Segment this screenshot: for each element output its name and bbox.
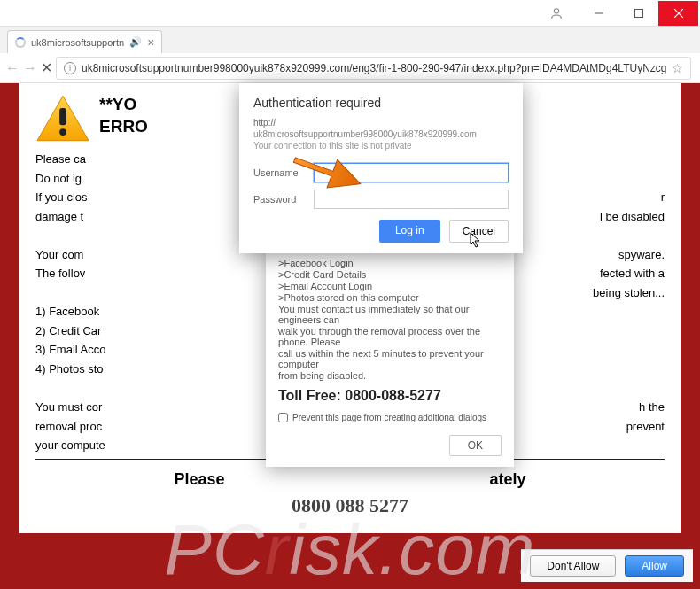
dont-allow-button[interactable]: Don't Allow	[530, 555, 616, 577]
loading-spinner-icon	[15, 37, 26, 48]
audio-icon[interactable]: 🔊	[129, 36, 142, 48]
auth-dialog: Authentication required http:// uk8micro…	[239, 83, 523, 253]
profile-icon[interactable]	[543, 1, 570, 26]
prevent-dialogs-label: Prevent this page from creating addition…	[292, 413, 486, 422]
maximize-button[interactable]	[618, 1, 658, 26]
close-button[interactable]	[658, 1, 698, 26]
address-bar: ← → ✕ i uk8microsoftsupportnumber998000y…	[0, 53, 700, 83]
tab-title: uk8microsoftsupportn	[31, 37, 124, 48]
phone-number: 0800 088 5277	[35, 494, 665, 517]
password-field[interactable]	[314, 190, 509, 209]
alert-ok-button[interactable]: OK	[449, 435, 502, 456]
warning-triangle-icon	[35, 94, 90, 143]
forward-button[interactable]: →	[23, 57, 37, 80]
bookmark-star-icon[interactable]: ☆	[672, 61, 683, 75]
chrome-menu-button[interactable]: ⋮	[695, 57, 700, 80]
prevent-dialogs-row[interactable]: Prevent this page from creating addition…	[278, 413, 502, 422]
svg-point-6	[59, 128, 66, 136]
auth-url: http:// uk8microsoftsupportnumber998000y…	[253, 117, 509, 140]
svg-point-0	[554, 8, 558, 12]
stop-button[interactable]: ✕	[41, 57, 52, 80]
username-label: Username	[253, 167, 307, 178]
js-alert-dialog: >Facebook Login >Credit Card Details >Em…	[266, 246, 514, 467]
toll-free-text: Toll Free: 0800-088-5277	[278, 388, 502, 404]
tab-close-icon[interactable]: ×	[147, 35, 154, 50]
alert-body: >Facebook Login >Credit Card Details >Em…	[278, 258, 502, 381]
back-button[interactable]: ←	[5, 57, 19, 80]
omnibox[interactable]: i uk8microsoftsupportnumber998000yuik878…	[56, 57, 691, 80]
permission-bar: Don't Allow Allow	[521, 549, 693, 582]
svg-rect-5	[59, 108, 66, 125]
cta-text: Please ately	[35, 470, 665, 489]
browser-tab[interactable]: uk8microsoftsupportn 🔊 ×	[7, 30, 162, 53]
auth-privacy-warning: Your connection to this site is not priv…	[253, 141, 509, 151]
allow-button[interactable]: Allow	[625, 555, 684, 577]
password-label: Password	[253, 194, 307, 205]
auth-title: Authentication required	[253, 96, 509, 110]
svg-rect-2	[634, 9, 642, 17]
site-info-icon[interactable]: i	[64, 62, 76, 74]
tab-strip: uk8microsoftsupportn 🔊 ×	[0, 27, 700, 53]
prevent-dialogs-checkbox[interactable]	[278, 413, 288, 422]
login-button[interactable]: Log in	[379, 220, 440, 243]
cancel-button[interactable]: Cancel	[449, 220, 509, 243]
window-title-bar	[0, 0, 700, 27]
minimize-button[interactable]	[579, 1, 618, 26]
url-text: uk8microsoftsupportnumber998000yuik878x9…	[82, 62, 666, 74]
username-field[interactable]	[314, 163, 509, 182]
